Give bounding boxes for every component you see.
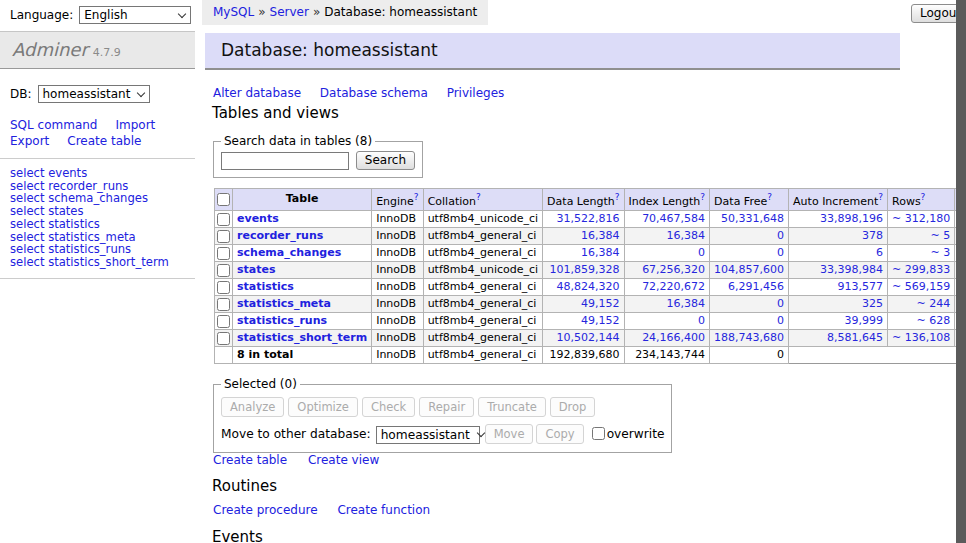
data-length-cell-link[interactable]: 16,384 — [581, 229, 620, 242]
column-hint-link[interactable]: ? — [476, 192, 481, 202]
row-checkbox[interactable] — [217, 230, 230, 243]
app-name: Adminer — [12, 39, 88, 60]
column-hint-link[interactable]: ? — [700, 192, 705, 202]
rows-count-cell-link[interactable]: ~ 312,180 — [892, 212, 950, 225]
sidebar-item-select-statistics[interactable]: select statistics — [10, 218, 185, 231]
move-database-value: homeassistant — [381, 428, 470, 442]
auto-increment-cell-link[interactable]: 913,577 — [838, 280, 884, 293]
rows-count-cell-link[interactable]: ~ 3 — [930, 246, 950, 259]
breadcrumb-separator: » — [313, 5, 320, 19]
auto-increment-cell-link[interactable]: 33,398,984 — [820, 263, 883, 276]
sidebar-item-select-statistics-short-term[interactable]: select statistics_short_term — [10, 256, 185, 269]
rows-count-cell-link[interactable]: ~ 244 — [916, 297, 950, 310]
database-schema-link[interactable]: Database schema — [320, 86, 428, 100]
data-length-cell-link[interactable]: 48,824,320 — [557, 280, 620, 293]
breadcrumb-link-server[interactable]: Server — [270, 5, 309, 19]
data-length-cell-link[interactable]: 49,152 — [581, 314, 620, 327]
data-free-cell-link[interactable]: 0 — [777, 297, 784, 310]
row-checkbox[interactable] — [217, 332, 230, 345]
check-button: Check — [362, 397, 415, 417]
table-name-link[interactable]: statistics — [237, 280, 294, 293]
db-select[interactable]: homeassistant — [38, 85, 150, 103]
rows-count-cell-link[interactable]: ~ 5 — [930, 229, 950, 242]
auto-increment-cell-link[interactable]: 325 — [862, 297, 883, 310]
search-input[interactable] — [221, 152, 349, 170]
index-length-cell-link[interactable]: 72,220,672 — [642, 280, 705, 293]
data-free-cell-link[interactable]: 50,331,648 — [721, 212, 784, 225]
column-hint-link[interactable]: ? — [767, 192, 772, 202]
row-checkbox-cell — [215, 244, 233, 261]
data-length-cell: 48,824,320 — [543, 278, 624, 295]
auto-increment-cell-link[interactable]: 378 — [862, 229, 883, 242]
create-table-link[interactable]: Create table — [213, 453, 287, 467]
table-name-link[interactable]: recorder_runs — [237, 229, 323, 242]
rows-count-cell-link[interactable]: ~ 299,833 — [892, 263, 950, 276]
engine-cell: InnoDB — [372, 295, 423, 312]
create-procedure-link[interactable]: Create procedure — [213, 503, 318, 517]
chevron-down-icon — [477, 429, 485, 437]
index-length-cell-link[interactable]: 67,256,320 — [642, 263, 705, 276]
table-name-link[interactable]: statistics_runs — [237, 314, 327, 327]
sidebar-item-select-events[interactable]: select events — [10, 167, 185, 180]
select-all-checkbox[interactable] — [217, 193, 230, 206]
column-hint-link[interactable]: ? — [878, 192, 883, 202]
data-length-cell-link[interactable]: 31,522,816 — [557, 212, 620, 225]
row-checkbox[interactable] — [217, 247, 230, 260]
table-name-link[interactable]: schema_changes — [237, 246, 341, 259]
table-name-link[interactable]: statistics_meta — [237, 297, 331, 310]
language-select[interactable]: English — [79, 6, 191, 24]
create-function-link[interactable]: Create function — [337, 503, 430, 517]
create-view-link[interactable]: Create view — [308, 453, 379, 467]
auto-increment-cell-link[interactable]: 39,999 — [845, 314, 884, 327]
data-length-cell: 101,859,328 — [543, 261, 624, 278]
rows-count-cell-link[interactable]: ~ 628 — [916, 314, 950, 327]
data-length-cell-link[interactable]: 101,859,328 — [550, 263, 620, 276]
table-name-link[interactable]: statistics_short_term — [237, 331, 367, 344]
row-checkbox[interactable] — [217, 281, 230, 294]
index-length-cell-link[interactable]: 16,384 — [667, 229, 706, 242]
table-name-link[interactable]: events — [237, 212, 279, 225]
column-hint-link[interactable]: ? — [414, 192, 419, 202]
column-hint-link[interactable]: ? — [615, 192, 620, 202]
data-free-cell-link[interactable]: 188,743,680 — [714, 331, 784, 344]
index-length-cell-link[interactable]: 0 — [698, 246, 705, 259]
sidebar-link-export[interactable]: Export — [10, 134, 49, 148]
sidebar-link-sql-command[interactable]: SQL command — [10, 118, 97, 132]
scrollbar-thumb[interactable] — [956, 0, 966, 543]
data-length-cell-link[interactable]: 10,502,144 — [557, 331, 620, 344]
row-checkbox[interactable] — [217, 213, 230, 226]
data-free-cell-link[interactable]: 0 — [777, 229, 784, 242]
data-free-cell-link[interactable]: 104,857,600 — [714, 263, 784, 276]
search-button[interactable]: Search — [356, 151, 415, 170]
index-length-cell-link[interactable]: 24,166,400 — [642, 331, 705, 344]
index-length-cell-link[interactable]: 0 — [698, 314, 705, 327]
auto-increment-cell-link[interactable]: 8,581,645 — [827, 331, 883, 344]
analyze-button: Analyze — [221, 397, 284, 417]
auto-increment-cell-link[interactable]: 6 — [876, 246, 883, 259]
data-length-cell-link[interactable]: 49,152 — [581, 297, 620, 310]
overwrite-checkbox[interactable] — [592, 427, 605, 440]
index-length-cell-link[interactable]: 16,384 — [667, 297, 706, 310]
index-length-cell-link[interactable]: 70,467,584 — [642, 212, 705, 225]
data-length-cell-link[interactable]: 16,384 — [581, 246, 620, 259]
alter-database-link[interactable]: Alter database — [213, 86, 301, 100]
breadcrumb-link-mysql[interactable]: MySQL — [213, 5, 254, 19]
data-free-cell-link[interactable]: 0 — [777, 246, 784, 259]
sidebar-link-create-table[interactable]: Create table — [67, 134, 141, 148]
row-checkbox[interactable] — [217, 298, 230, 311]
table-name-link[interactable]: states — [237, 263, 276, 276]
sidebar-link-import[interactable]: Import — [115, 118, 155, 132]
sidebar-item-select-states[interactable]: select states — [10, 205, 185, 218]
column-hint-link[interactable]: ? — [921, 192, 926, 202]
table-name-cell: schema_changes — [233, 244, 372, 261]
vertical-scrollbar[interactable] — [956, 0, 966, 543]
data-free-cell-link[interactable]: 0 — [777, 314, 784, 327]
privileges-link[interactable]: Privileges — [447, 86, 505, 100]
rows-count-cell-link[interactable]: ~ 569,159 — [892, 280, 950, 293]
rows-count-cell-link[interactable]: ~ 136,108 — [892, 331, 950, 344]
move-database-select[interactable]: homeassistant — [376, 426, 480, 444]
row-checkbox[interactable] — [217, 315, 230, 328]
row-checkbox[interactable] — [217, 264, 230, 277]
auto-increment-cell-link[interactable]: 33,898,196 — [820, 212, 883, 225]
data-free-cell-link[interactable]: 6,291,456 — [728, 280, 784, 293]
